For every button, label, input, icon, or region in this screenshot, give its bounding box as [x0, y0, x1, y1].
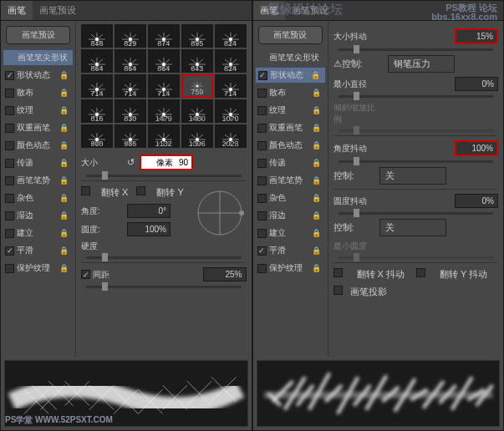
control3-select[interactable]: 关 [379, 219, 446, 236]
option-checkbox[interactable]: ✓ [257, 246, 267, 256]
option-checkbox[interactable] [257, 264, 267, 273]
option-checkbox[interactable] [257, 124, 267, 133]
option-checkbox[interactable] [5, 194, 14, 203]
option-checkbox[interactable] [257, 176, 267, 185]
brush-thumb[interactable]: 1070 [215, 99, 247, 123]
angle-input[interactable] [127, 204, 171, 218]
option-checkbox[interactable] [257, 89, 267, 98]
option-checkbox[interactable] [257, 194, 267, 203]
sidebar-item-0[interactable]: 画笔笔尖形状 [255, 49, 326, 66]
brush-thumb[interactable]: 864 [81, 49, 113, 73]
option-checkbox[interactable] [257, 106, 267, 115]
spacing-checkbox[interactable]: ✓ [81, 270, 90, 279]
sidebar-item-11[interactable]: ✓平滑🔒 [255, 242, 326, 259]
brush-thumb[interactable]: 986 [115, 124, 146, 148]
sidebar-item-6[interactable]: 传递🔒 [3, 155, 74, 171]
flip-x-jitter-cb[interactable] [333, 268, 343, 277]
option-checkbox[interactable] [5, 159, 14, 168]
brush-thumb[interactable]: 829 [115, 24, 146, 48]
size-jitter-input[interactable] [455, 28, 498, 44]
tab-preset-r[interactable]: 画笔预设 [285, 1, 335, 20]
brush-thumb[interactable]: 714 [148, 74, 180, 98]
round-input[interactable] [127, 222, 171, 236]
sidebar-item-5[interactable]: 颜色动态🔒 [3, 137, 74, 154]
flip-x-checkbox[interactable] [81, 186, 90, 195]
sidebar-item-6[interactable]: 传递🔒 [255, 155, 326, 171]
tab-preset[interactable]: 画笔预设 [33, 1, 83, 20]
brush-proj-cb[interactable] [333, 286, 343, 295]
option-checkbox[interactable] [257, 159, 267, 168]
spacing-slider[interactable] [86, 286, 242, 288]
option-checkbox[interactable]: ✓ [258, 71, 267, 80]
tab-brush[interactable]: 画笔 [1, 1, 33, 20]
round-jitter-input[interactable] [455, 194, 498, 208]
sidebar-item-9[interactable]: 湿边🔒 [3, 207, 74, 224]
brush-thumb[interactable]: 830 [115, 99, 146, 123]
option-checkbox[interactable] [5, 211, 14, 221]
brush-thumb[interactable]: 874 [148, 24, 180, 48]
reset-icon[interactable]: ↺ [127, 157, 135, 168]
sidebar-item-8[interactable]: 杂色🔒 [3, 190, 74, 206]
sidebar-item-3[interactable]: 纹理🔒 [255, 102, 326, 119]
sidebar-item-4[interactable]: 双重画笔🔒 [3, 119, 74, 136]
sidebar-item-2[interactable]: 散布🔒 [255, 84, 326, 101]
option-checkbox[interactable] [5, 264, 14, 273]
option-checkbox[interactable]: ✓ [5, 246, 14, 256]
sidebar-item-7[interactable]: 画笔笔势🔒 [255, 172, 326, 189]
sidebar-item-10[interactable]: 建立🔒 [3, 225, 74, 241]
brush-thumb[interactable]: 864 [115, 49, 146, 73]
flip-y-checkbox[interactable] [136, 186, 145, 195]
brush-thumb[interactable]: 824 [215, 49, 247, 73]
option-checkbox[interactable] [5, 89, 14, 98]
sidebar-item-11[interactable]: ✓平滑🔒 [3, 242, 74, 259]
sidebar-item-8[interactable]: 杂色🔒 [255, 190, 326, 206]
brush-thumb[interactable]: 714 [81, 74, 113, 98]
option-checkbox[interactable] [257, 141, 267, 150]
angle-crosshair[interactable] [195, 188, 245, 238]
sidebar-item-4[interactable]: 双重画笔🔒 [255, 119, 326, 136]
size-jitter-slider[interactable] [339, 48, 494, 51]
option-checkbox[interactable] [5, 124, 14, 133]
brush-thumb[interactable]: 714 [115, 74, 146, 98]
tab-brush-r[interactable]: 画笔 [253, 1, 285, 20]
hardness-slider[interactable] [86, 256, 242, 259]
brush-thumb[interactable]: 643 [181, 49, 213, 73]
brush-thumb[interactable]: 714 [215, 74, 247, 98]
brush-thumb[interactable]: 1396 [181, 124, 213, 148]
brush-preset-button-r[interactable]: 画笔预设 [258, 26, 323, 44]
option-checkbox[interactable] [5, 176, 14, 185]
spacing-input[interactable] [203, 267, 247, 281]
option-checkbox[interactable] [257, 211, 267, 221]
min-dia-slider[interactable] [339, 95, 494, 98]
sidebar-item-1[interactable]: ✓形状动态🔒 [3, 67, 74, 84]
sidebar-item-5[interactable]: 颜色动态🔒 [255, 137, 326, 154]
sidebar-item-12[interactable]: 保护纹理🔒 [255, 260, 326, 276]
control2-select[interactable]: 关 [379, 167, 446, 185]
control-select[interactable]: 钢笔压力 [388, 55, 455, 73]
option-checkbox[interactable] [5, 229, 14, 238]
brush-thumb[interactable]: 759 [181, 74, 213, 98]
sidebar-item-10[interactable]: 建立🔒 [255, 225, 326, 241]
brush-thumb[interactable]: 824 [215, 24, 247, 48]
brush-thumb[interactable]: 1460 [181, 99, 213, 123]
sidebar-item-12[interactable]: 保护纹理🔒 [3, 260, 74, 276]
angle-jitter-input[interactable] [455, 140, 498, 156]
option-checkbox[interactable] [5, 141, 14, 150]
brush-thumb[interactable]: 816 [81, 99, 113, 123]
sidebar-item-0[interactable]: 画笔笔尖形状 [3, 49, 74, 66]
option-checkbox[interactable] [5, 106, 14, 115]
option-checkbox[interactable]: ✓ [5, 71, 14, 80]
brush-thumb[interactable]: 1479 [148, 99, 180, 123]
sidebar-item-9[interactable]: 湿边🔒 [255, 207, 326, 224]
min-dia-input[interactable] [455, 77, 498, 91]
brush-thumb[interactable]: 864 [148, 49, 180, 73]
round-jitter-slider[interactable] [339, 212, 494, 215]
option-checkbox[interactable] [257, 229, 267, 238]
size-slider[interactable] [86, 175, 242, 177]
brush-thumb[interactable]: 2023 [215, 124, 247, 148]
sidebar-item-3[interactable]: 纹理🔒 [3, 102, 74, 119]
brush-preset-button[interactable]: 画笔预设 [6, 26, 70, 44]
angle-jitter-slider[interactable] [339, 160, 494, 163]
sidebar-item-7[interactable]: 画笔笔势🔒 [3, 172, 74, 189]
brush-thumb[interactable]: 848 [81, 24, 113, 48]
